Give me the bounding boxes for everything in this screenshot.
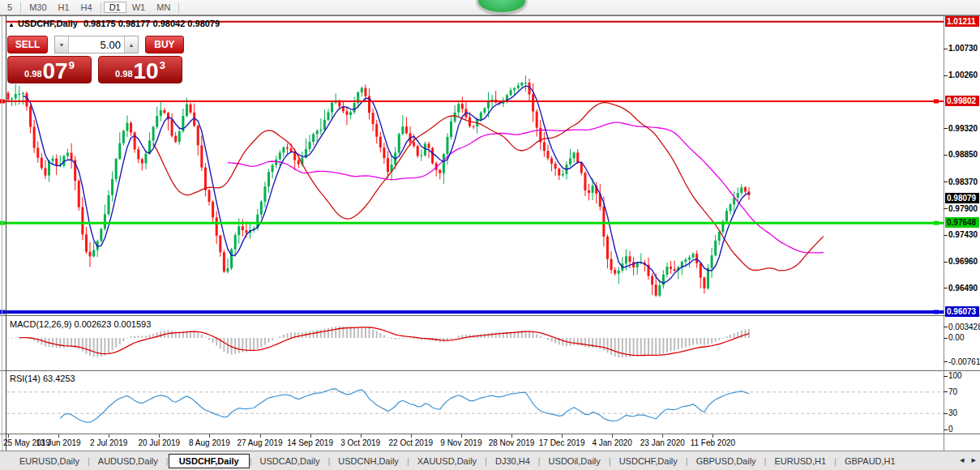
date-label: 9 Nov 2019 [440, 438, 481, 447]
date-tick [411, 434, 412, 438]
price-tick-label: 0.96960 [948, 257, 978, 266]
sell-price-display[interactable]: 0.98 07 9 [7, 56, 92, 83]
date-label: 20 Jul 2019 [138, 438, 180, 447]
buy-price-prefix: 0.98 [115, 69, 132, 79]
buy-button[interactable]: BUY [145, 36, 184, 53]
price-tick-dash [944, 288, 948, 288]
price-tick-dash [944, 235, 948, 236]
date-label: 17 Dec 2019 [539, 438, 585, 447]
tab-usdchf-daily[interactable]: USDCHF,Daily [611, 455, 686, 468]
one-click-trade-panel: SELL ▼ ▲ BUY 0.98 07 9 0.98 10 3 [7, 36, 184, 83]
date-label: 22 Oct 2019 [389, 438, 433, 447]
sell-price-pip: 9 [69, 59, 75, 71]
buy-price-pip: 3 [160, 59, 165, 71]
rsi-tick-dash [944, 376, 948, 377]
price-line-box[interactable]: 1.01211 [945, 16, 979, 27]
rsi-axis-label: 70 [948, 387, 957, 396]
macd-axis-label: 0.003428 [948, 323, 980, 331]
date-label: 27 Aug 2019 [237, 438, 282, 447]
buy-price-big: 10 [134, 61, 159, 82]
chart-header: ▲USDCHF,Daily0.98175 0.98177 0.98042 0.9… [8, 19, 220, 28]
date-tick [159, 434, 160, 438]
rsi-tick-dash [944, 391, 948, 392]
price-tick-dash [944, 208, 948, 209]
buy-price-display[interactable]: 0.98 10 3 [98, 56, 182, 83]
tab-dj30-h4[interactable]: DJ30,H4 [487, 455, 538, 468]
volume-input[interactable] [69, 36, 124, 53]
tab-usdoil-daily[interactable]: USDOil,Daily [541, 455, 609, 468]
date-tick [58, 434, 59, 438]
date-label: 14 Sep 2019 [287, 438, 333, 447]
chart-tabs-bar: EURUSD,Daily|AUDUSD,Daily|USDCHF,Daily|U… [0, 451, 980, 470]
tab-audusd-daily[interactable]: AUDUSD,Daily [90, 455, 166, 468]
tab-eurusd-h1[interactable]: EURUSD,H1 [766, 455, 834, 468]
mt4-window: 5M30H1H4D1W1MN ▲USDCHF,Daily0.98175 0.98… [0, 0, 980, 470]
date-tick [361, 434, 362, 438]
macd-axis-label: 0.00 [948, 333, 964, 342]
rsi-tick-dash [944, 413, 948, 414]
collapse-icon[interactable]: ▲ [8, 21, 15, 28]
date-tick [109, 434, 109, 438]
volume-decrease-button[interactable]: ▼ [55, 36, 69, 53]
volume-increase-button[interactable]: ▲ [124, 36, 138, 53]
tab-gbpusd-daily[interactable]: GBPUSD,Daily [688, 455, 764, 468]
price-tick-label: 0.98370 [948, 177, 978, 186]
tab-xauusd-daily[interactable]: XAUUSD,Daily [409, 455, 485, 468]
sell-button[interactable]: SELL [7, 36, 48, 53]
date-tick [310, 434, 311, 438]
price-tick-label: 0.98850 [948, 150, 978, 159]
sell-price-big: 07 [43, 61, 68, 82]
date-label: 2 Jul 2019 [90, 438, 127, 447]
symbol-title: USDCHF,Daily [18, 19, 78, 28]
date-tick [461, 434, 462, 438]
date-label: 8 Aug 2019 [189, 438, 230, 447]
ohlc-values: 0.98175 0.98177 0.98042 0.98079 [83, 19, 220, 28]
date-tick [209, 434, 210, 438]
price-tick-label: 0.96490 [948, 284, 978, 293]
volume-stepper: ▼ ▲ [54, 36, 139, 53]
rsi-tick-dash [944, 429, 948, 430]
price-tick-label: 0.97430 [948, 230, 978, 239]
rsi-axis-label: 0 [948, 425, 953, 434]
date-label: 28 Nov 2019 [489, 438, 535, 447]
date-tick [511, 434, 512, 438]
tab-gbpaud-h1[interactable]: GBPAUD,H1 [837, 455, 904, 468]
price-tick-dash [944, 128, 948, 129]
price-line-box[interactable]: 0.99802 [945, 96, 979, 106]
date-label: 23 Jan 2020 [640, 438, 685, 447]
macd-axis-label: -0.007615 [948, 357, 980, 366]
date-tick [260, 434, 261, 438]
date-label: 4 Jan 2020 [592, 438, 632, 447]
rsi-label: RSI(14) 63.4253 [10, 374, 75, 383]
tab-usdcnh-daily[interactable]: USDCNH,Daily [330, 455, 407, 468]
price-tick-dash [944, 262, 948, 263]
tab-eurusd-daily[interactable]: EURUSD,Daily [11, 455, 88, 468]
tab-scroll-left-icon[interactable]: ◂ [960, 455, 965, 464]
price-tick-label: 1.00260 [948, 70, 978, 79]
date-tick [612, 434, 613, 438]
price-tick-dash [944, 155, 948, 156]
date-tick [662, 434, 663, 438]
date-tick [562, 434, 563, 438]
date-tick [8, 434, 9, 438]
price-tick-dash [944, 182, 948, 182]
price-tick-dash [944, 49, 948, 49]
price-line-box[interactable]: 0.98079 [945, 193, 979, 203]
price-tick-label: 0.99320 [948, 124, 978, 133]
price-line-box[interactable]: 0.96073 [945, 306, 979, 317]
price-line-box[interactable]: 0.97648 [945, 217, 979, 228]
tab-usdcad-daily[interactable]: USDCAD,Daily [251, 455, 327, 468]
price-tick-label: 1.00730 [948, 44, 978, 53]
macd-tick-dash [944, 361, 948, 362]
date-label: 13 Jun 2019 [36, 438, 81, 447]
tab-usdchf-daily[interactable]: USDCHF,Daily [169, 454, 250, 468]
macd-tick-dash [944, 327, 948, 327]
price-tick-dash [944, 75, 948, 76]
macd-label: MACD(12,26,9) 0.002623 0.001593 [10, 319, 151, 329]
macd-tick-dash [944, 338, 948, 339]
date-label: 11 Feb 2020 [691, 438, 735, 447]
tab-scroll-right-icon[interactable]: ▸ [971, 455, 976, 464]
date-tick [713, 434, 713, 438]
date-label: 3 Oct 2019 [340, 438, 380, 447]
rsi-axis-label: 30 [948, 408, 957, 417]
